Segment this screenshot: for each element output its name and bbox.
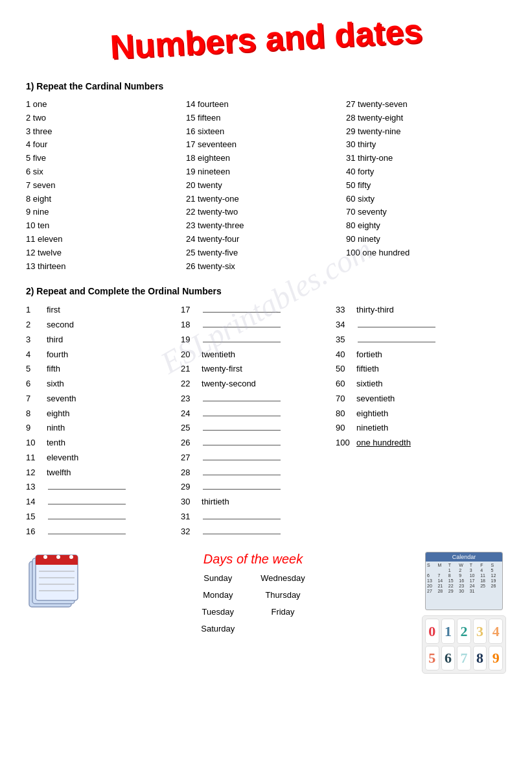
ordinal-text: sixth [47, 377, 64, 392]
number-cell: 6 [441, 646, 456, 671]
ordinal-num: 60 [336, 377, 356, 392]
bottom-section: Days of the week SundayMondayTuesdaySatu… [26, 552, 506, 674]
ordinal-num: 8 [26, 407, 47, 421]
ordinal-num: 23 [181, 392, 202, 407]
cardinal-item: 5 five [26, 152, 186, 165]
number-cell: 8 [473, 646, 487, 671]
cardinal-item: 4 four [26, 138, 186, 152]
cardinal-item: 12 twelve [26, 246, 186, 260]
ordinal-text: one hundredth [356, 436, 411, 451]
ordinal-row: 3 third [26, 333, 181, 348]
ordinal-text: sixtieth [356, 377, 382, 392]
ordinal-text: tenth [47, 436, 65, 451]
ordinal-blank [203, 489, 281, 490]
ordinal-text: twenty-first [202, 362, 242, 377]
page: Numbers and dates 1) Repeat the Cardinal… [0, 0, 532, 758]
calendar-icon-left [26, 552, 84, 613]
ordinal-col2: 17 18 19 20 twentieth21 twenty-first22 t… [181, 303, 336, 539]
ordinal-row: 60 sixtieth [336, 377, 506, 392]
ordinal-blank [203, 534, 281, 534]
ordinal-num: 30 [181, 495, 202, 510]
ordinal-row: 31 [181, 510, 336, 525]
ordinal-row: 12 twelfth [26, 466, 181, 480]
cardinal-item: 17 seventeen [186, 138, 346, 152]
cardinal-item: 1 one [26, 98, 186, 112]
ordinal-row: 9 ninth [26, 421, 181, 436]
ordinal-text: ninth [47, 421, 65, 436]
day-item: Monday [201, 587, 235, 604]
ordinal-col3: 33 thirty-third34 35 40 fortieth50 fifti… [336, 303, 506, 539]
ordinal-text: first [47, 303, 60, 318]
cardinal-item: 29 twenty-nine [346, 125, 506, 139]
ordinal-row: 29 [181, 480, 336, 495]
cardinal-item: 24 twenty-four [186, 233, 346, 246]
ordinal-num: 26 [181, 436, 202, 451]
cardinal-item: 90 ninety [346, 233, 506, 246]
svg-rect-4 [36, 562, 78, 565]
cardinal-col1: 1 one2 two3 three4 four5 five6 six7 seve… [26, 98, 186, 273]
ordinal-num: 100 [336, 436, 356, 451]
day-item: Wednesday [260, 570, 305, 587]
ordinal-numbers-section: 1 first2 second3 third4 fourth5 fifth6 s… [26, 303, 506, 539]
ordinal-row: 22 twenty-second [181, 377, 336, 392]
ordinal-col1: 1 first2 second3 third4 fourth5 fifth6 s… [26, 303, 181, 539]
ordinal-row: 26 [181, 436, 336, 451]
ordinal-num: 80 [336, 407, 356, 421]
ordinal-row: 50 fiftieth [336, 362, 506, 377]
ordinal-num: 5 [26, 362, 47, 377]
ordinal-row: 5 fifth [26, 362, 181, 377]
cardinal-item: 80 eighty [346, 219, 506, 233]
ordinal-num: 7 [26, 392, 47, 407]
days-col2: WednesdayThursdayFriday [260, 570, 305, 637]
cardinal-col3: 27 twenty-seven28 twenty-eight29 twenty-… [346, 98, 506, 273]
ordinal-blank [203, 416, 281, 416]
ordinal-num: 29 [181, 480, 202, 495]
svg-point-7 [69, 555, 73, 559]
ordinal-num: 18 [181, 318, 202, 333]
ordinal-text: twelfth [47, 466, 71, 480]
number-cell: 4 [489, 619, 503, 644]
ordinal-blank [358, 327, 435, 327]
ordinal-row: 80 eightieth [336, 407, 506, 421]
ordinal-num: 20 [181, 348, 202, 362]
ordinal-text: eleventh [47, 451, 78, 466]
right-visuals: Calendar SMTWTFS 12345 6789101112 131415… [422, 552, 506, 674]
ordinal-row: 28 [181, 466, 336, 480]
ordinal-text: seventieth [356, 392, 395, 407]
ordinal-num: 27 [181, 451, 202, 466]
ordinal-num: 50 [336, 362, 356, 377]
days-title: Days of the week [94, 552, 412, 567]
number-cell: 3 [473, 619, 487, 644]
ordinal-row: 11 eleventh [26, 451, 181, 466]
cardinal-item: 27 twenty-seven [346, 98, 506, 112]
ordinal-text: second [47, 318, 74, 333]
ordinal-blank [48, 489, 126, 490]
section1-header: 1) Repeat the Cardinal Numbers [26, 81, 506, 91]
number-cell: 1 [441, 619, 456, 644]
cardinal-item: 13 thirteen [26, 260, 186, 274]
day-item: Tuesday [201, 604, 235, 621]
ordinal-num: 14 [26, 495, 47, 510]
page-title: Numbers and dates [25, 1, 507, 71]
number-cell: 0 [425, 619, 439, 644]
ordinal-blank [203, 401, 281, 401]
number-cell: 5 [425, 646, 439, 671]
ordinal-num: 3 [26, 333, 47, 348]
ordinal-num: 9 [26, 421, 47, 436]
ordinal-row: 14 [26, 495, 181, 510]
ordinal-num: 1 [26, 303, 47, 318]
ordinal-num: 24 [181, 407, 202, 421]
number-cell: 9 [489, 646, 503, 671]
ordinal-blank [48, 519, 126, 519]
cardinal-item: 8 eight [26, 193, 186, 206]
ordinal-text: fourth [47, 348, 68, 362]
ordinal-row: 90 ninetieth [336, 421, 506, 436]
ordinal-row: 32 [181, 525, 336, 539]
cardinal-item: 7 seven [26, 179, 186, 193]
ordinal-text: thirty-third [356, 303, 394, 318]
ordinal-row: 15 [26, 510, 181, 525]
ordinal-row: 30 thirtieth [181, 495, 336, 510]
ordinal-row: 1 first [26, 303, 181, 318]
ordinal-row: 6 sixth [26, 377, 181, 392]
day-item: Saturday [201, 621, 235, 637]
